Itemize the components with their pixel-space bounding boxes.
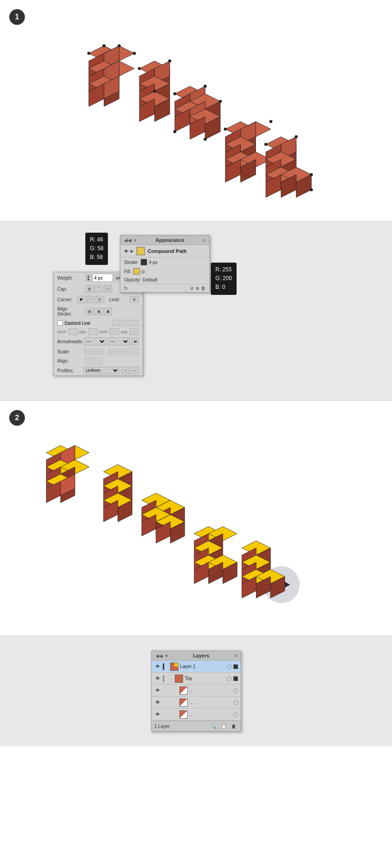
eye-icon-sub1[interactable]: 👁 (154, 687, 161, 694)
scale-link[interactable]: ↕ (131, 348, 139, 355)
svg-point-78 (295, 135, 298, 138)
align-right[interactable]: → (94, 357, 102, 364)
svg-point-16 (133, 52, 136, 55)
cap-icons: ⊏ ⌒ □ (85, 285, 112, 293)
appearance-panel: ◀◀ ✕ Appearance ≡ 👁 ▶ Compound Path Stro… (120, 235, 210, 293)
layers-close[interactable]: ✕ (165, 653, 168, 658)
layers-add[interactable]: 📋 (220, 722, 228, 730)
letter-e-yellow (194, 527, 237, 584)
section-2: R: 46 G: 58 B: 58 Weight: ▲ ▼ 4 px px Ca… (0, 221, 392, 401)
arrow-start-select[interactable]: — (84, 337, 106, 346)
layers-panel: ◀◀ ✕ Layers ≡ 👁 Layer 1 👁 (151, 651, 241, 732)
profile-select[interactable]: Uniform (83, 367, 119, 374)
letter-i-yellow (103, 464, 132, 522)
arrow-end-select[interactable]: — (108, 337, 130, 346)
weight-input[interactable]: 4 px (92, 274, 113, 282)
layer-row-sub3[interactable]: 👁 ... (152, 709, 241, 721)
appearance-titlebar: ◀◀ ✕ Appearance ≡ (120, 235, 209, 245)
cap-round[interactable]: ⌒ (95, 285, 103, 293)
corner-icons: ◤ ◜ ◸ (77, 296, 104, 303)
eye-icon-sub3[interactable]: 👁 (154, 711, 161, 718)
align-outside[interactable]: ⊠ (104, 308, 112, 315)
stroke-corner-row: Corner: ◤ ◜ ◸ Limit: 4 (53, 294, 143, 305)
layers-menu[interactable]: ≡ (234, 653, 237, 658)
dash-2[interactable] (110, 328, 119, 335)
step-badge-2: 2 (9, 410, 25, 426)
eye-icon-sub2[interactable]: 👁 (154, 699, 161, 706)
align-inside[interactable]: ⊞ (95, 308, 103, 315)
profile-flip-h[interactable]: ↔ (131, 367, 139, 374)
color-tooltip-fill: R: 255 G: 200 B: 0 (211, 263, 237, 295)
eye-icon-1[interactable]: 👁 (154, 663, 161, 670)
pixel-art-svg-2 (42, 419, 318, 619)
tooltip-g1: G: 58 (90, 244, 103, 253)
color-tooltip-stroke: R: 46 G: 58 B: 58 (85, 233, 108, 265)
stroke-color-swatch[interactable] (141, 259, 147, 265)
align-left[interactable]: ← (84, 357, 93, 364)
corner-round[interactable]: ◜ (87, 296, 95, 303)
svg-point-17 (102, 44, 106, 47)
svg-point-62 (224, 128, 227, 131)
svg-point-48 (173, 130, 177, 134)
panel-close[interactable]: ✕ (133, 238, 137, 243)
cap-butt[interactable]: ⊏ (85, 285, 94, 293)
fx-copy[interactable]: ⊕ (196, 286, 199, 291)
svg-point-29 (168, 59, 172, 63)
svg-point-49 (204, 138, 207, 141)
compound-color-swatch[interactable] (137, 247, 145, 255)
compound-path-row: 👁 ▶ Compound Path (120, 245, 209, 258)
layer-row-sub2[interactable]: 👁 ... (152, 697, 241, 709)
svg-point-47 (219, 100, 222, 103)
fx-circle-slash[interactable]: ⊘ (190, 286, 194, 291)
svg-point-45 (173, 92, 177, 95)
section-3: 2 (0, 401, 392, 636)
fx-delete[interactable]: 🗑 (201, 286, 206, 291)
profile-flip-v[interactable]: ↕ (121, 367, 130, 374)
layer-circle-sub1 (233, 688, 238, 693)
layers-collapse[interactable]: ◀◀ (155, 653, 163, 658)
layer-circle-1 (227, 664, 232, 669)
pixel-art-section3 (42, 419, 318, 622)
layer-thumb-1 (170, 663, 178, 671)
layers-trash[interactable]: 🗑 (230, 722, 238, 730)
panel-menu[interactable]: ≡ (203, 238, 206, 243)
layer-square-1 (233, 664, 238, 669)
svg-point-28 (138, 67, 141, 70)
svg-point-63 (269, 120, 273, 123)
expand-arrow[interactable]: ▶ (131, 249, 134, 253)
layers-footer: 1 Layer 🔍 📋 🗑 (152, 721, 241, 731)
dash-1[interactable] (68, 328, 77, 335)
layer-indent-sub3 (163, 711, 178, 718)
panel-collapse[interactable]: ◀◀ (124, 238, 131, 243)
appearance-fill-row[interactable]: Fill: (120, 267, 209, 276)
section-4: ◀◀ ✕ Layers ≡ 👁 Layer 1 👁 (0, 636, 392, 746)
cap-square[interactable]: □ (104, 285, 112, 293)
compound-path-label: Compound Path (148, 248, 187, 254)
svg-point-14 (87, 52, 90, 55)
letter-i (138, 59, 171, 122)
gap-1[interactable] (88, 328, 97, 335)
fill-color-swatch[interactable] (133, 268, 140, 275)
align-center[interactable]: ⊟ (85, 308, 94, 315)
svg-point-46 (204, 85, 207, 88)
layer-thumb-top (175, 674, 183, 683)
layer-row-sub1[interactable]: 👁 ... (152, 685, 241, 697)
visibility-eye[interactable]: 👁 (124, 249, 129, 254)
corner-miter[interactable]: ◤ (77, 296, 86, 303)
layer-row-top[interactable]: 👁 Top (152, 673, 241, 685)
dashed-line-checkbox[interactable] (57, 320, 63, 326)
eye-icon-top[interactable]: 👁 (154, 675, 161, 682)
appearance-title: Appearance (155, 237, 184, 243)
corner-bevel[interactable]: ◸ (96, 296, 104, 303)
letter-e (224, 120, 272, 182)
letter-l (264, 135, 313, 197)
layers-search[interactable]: 🔍 (209, 722, 218, 730)
layer-indent-1 (163, 663, 168, 670)
section-1: 1 (0, 0, 392, 221)
arrowheads-row: Arrowheads: — — ⇄ (53, 336, 143, 347)
layer-row-1[interactable]: 👁 Layer 1 (152, 661, 241, 673)
appearance-stroke-row[interactable]: Stroke: 4 px (120, 258, 209, 267)
arrow-swap[interactable]: ⇄ (131, 338, 139, 345)
tooltip-g2: G: 200 (215, 274, 232, 283)
gap-2[interactable] (130, 328, 139, 335)
